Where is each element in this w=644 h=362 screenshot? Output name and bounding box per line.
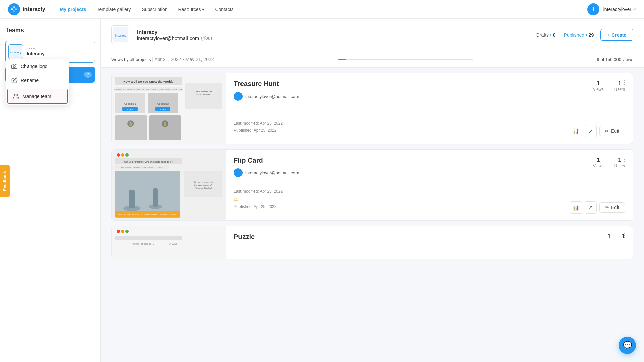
views-num-0: 1 (593, 80, 604, 87)
svg-text:🔒: 🔒 (129, 122, 133, 126)
team-header-email: interactylover@hotmail.com (137, 35, 199, 41)
svg-text:interacy: interacy (10, 51, 22, 54)
views-date: Apr 21, 2022 - May 21, 2022 (154, 57, 214, 62)
svg-text:Know the World?: Know the World? (196, 93, 212, 95)
svg-text:this quote belongs to?: this quote belongs to? (194, 184, 212, 186)
svg-rect-41 (115, 171, 180, 218)
nav-my-projects[interactable]: My projects (56, 5, 90, 14)
project-actions-1: 📊 ↗ ✏ Edit (570, 201, 625, 214)
svg-text:Flip the card to check if your: Flip the card to check if your answer is… (121, 166, 163, 168)
nav-resources[interactable]: Resources ▾ (174, 5, 209, 14)
published-label: Published (564, 32, 585, 38)
views-label: Views by all projects (111, 57, 151, 62)
last-modified-0: Last modified: Apr 25, 2022 (234, 120, 283, 127)
nav-avatar[interactable]: I (587, 3, 599, 15)
logo[interactable]: interacty (8, 3, 45, 15)
views-label-wrap: Views by all projects | Apr 21, 2022 - M… (111, 57, 214, 62)
nav-contacts[interactable]: Contacts (211, 5, 237, 14)
svg-text:How Well Do You Know the World: How Well Do You Know the World? (123, 80, 173, 83)
team-item[interactable]: interacy Team Interacy ⋮ Change logo (5, 41, 95, 63)
svg-point-36 (125, 153, 129, 157)
drafts-label: Drafts (536, 32, 549, 38)
project-dots-0[interactable]: ⋮ (622, 79, 628, 86)
dropdown-change-logo[interactable]: Change logo (6, 59, 69, 73)
nav-user-menu[interactable]: interactylover ∨ (603, 7, 636, 12)
share-icon-0: ↗ (588, 128, 593, 134)
project-info-0: Treasure Hunt I interactylover@hotmail.c… (226, 73, 633, 144)
nav-template-gallery[interactable]: Template gallery (93, 5, 135, 14)
nav-subscription[interactable]: Subscription (138, 5, 171, 14)
svg-point-54 (121, 230, 124, 233)
project-thumbnail-0: How Well Do You Know the World? Answer t… (112, 73, 226, 144)
create-button[interactable]: + Create (600, 29, 633, 41)
team-header-you: (You) (201, 35, 212, 41)
project-dots-2[interactable]: ⋮ (622, 232, 628, 239)
share-icon-1: ↗ (588, 204, 593, 211)
nav-username: interactylover (603, 7, 631, 12)
svg-text:⏱ 00:00: ⏱ 00:00 (169, 243, 178, 245)
analytics-icon-1: 📊 (573, 204, 579, 211)
project-info-2: Puzzle 1 1 (226, 226, 633, 259)
team-header: interacy Interacy interactylover@hotmail… (101, 19, 644, 51)
resources-chevron-icon: ▾ (202, 7, 204, 12)
edit-button-0[interactable]: ✏ Edit (599, 126, 625, 136)
published-link[interactable]: Published • 29 (564, 32, 594, 38)
people-icon (13, 93, 19, 99)
views-count: 9 of 150 000 views (597, 57, 633, 62)
thumbnail-svg-2: Number of actions : 0 ⏱ 00:00 (112, 226, 226, 259)
team-name: Interacy (26, 51, 92, 56)
share-button-0[interactable]: ↗ (585, 125, 597, 137)
last-modified-1: Last modified: Apr 25, 2022 ⚠ (234, 188, 283, 204)
svg-rect-43 (129, 190, 135, 208)
camera-icon (11, 63, 17, 69)
edit-label-1: Edit (611, 205, 619, 210)
views-label-0: Views (593, 87, 604, 92)
chat-button[interactable]: 💬 (619, 337, 636, 354)
svg-point-1 (11, 8, 13, 10)
edit-button-1[interactable]: ✏ Edit (599, 202, 625, 213)
team-label: Team (26, 47, 92, 51)
team-header-name: Interacy (137, 29, 530, 35)
svg-point-55 (125, 230, 129, 233)
thumbnail-svg-1: Can you remember who this quote belongs … (112, 150, 226, 220)
project-thumbnail-2: Number of actions : 0 ⏱ 00:00 (112, 226, 226, 259)
svg-point-8 (14, 94, 16, 96)
svg-point-7 (13, 66, 15, 68)
svg-text:Can you remember who this quot: Can you remember who this quote belongs … (124, 161, 173, 163)
svg-point-2 (13, 6, 15, 8)
analytics-icon-0: 📊 (573, 128, 579, 134)
team-dots-button[interactable]: ⋮ (86, 48, 92, 55)
analytics-button-0[interactable]: 📊 (570, 125, 582, 137)
svg-point-0 (8, 3, 20, 15)
edit-pencil-icon-0: ✏ (605, 128, 609, 134)
views-num-1: 1 (593, 157, 604, 164)
svg-text:interacy: interacy (115, 34, 127, 37)
team-header-info: Interacy interactylover@hotmail.com (You… (137, 29, 530, 41)
main-content: interacy Interacy interactylover@hotmail… (101, 19, 644, 362)
project-info-1: Flip Card I interactylover@hotmail.com 1… (226, 150, 633, 220)
dropdown-manage-team[interactable]: Manage team (7, 89, 68, 104)
views-progress-bar (338, 59, 473, 60)
logo-text: interacty (23, 6, 45, 12)
dropdown-rename[interactable]: Rename (6, 73, 69, 87)
svg-rect-45 (153, 188, 158, 207)
users-label-0: Users (614, 87, 625, 92)
svg-text:Question 1: Question 1 (124, 103, 136, 105)
project-title-2: Puzzle (234, 233, 255, 241)
project-dots-1[interactable]: ⋮ (622, 155, 628, 163)
nav-right: I interactylover ∨ (587, 3, 636, 15)
navbar: interacty My projects Template gallery S… (0, 0, 644, 19)
users-label-1: Users (614, 164, 625, 168)
project-actions-0: 📊 ↗ ✏ Edit (570, 125, 625, 137)
views-num-2: 1 (607, 233, 611, 240)
views-progress-fill (338, 59, 346, 60)
project-dates-0: Last modified: Apr 25, 2022 Published: A… (234, 120, 283, 134)
svg-text:Can you remember who: Can you remember who (194, 181, 213, 183)
team-info: Team Interacy (26, 47, 92, 56)
sidebar-title: Teams (5, 27, 95, 34)
analytics-button-1[interactable]: 📊 (570, 201, 582, 214)
views-stat-2: 1 (607, 233, 611, 240)
feedback-tab[interactable]: Feedback (0, 165, 10, 197)
drafts-stat: Drafts • 0 (536, 32, 556, 38)
share-button-1[interactable]: ↗ (585, 201, 597, 214)
